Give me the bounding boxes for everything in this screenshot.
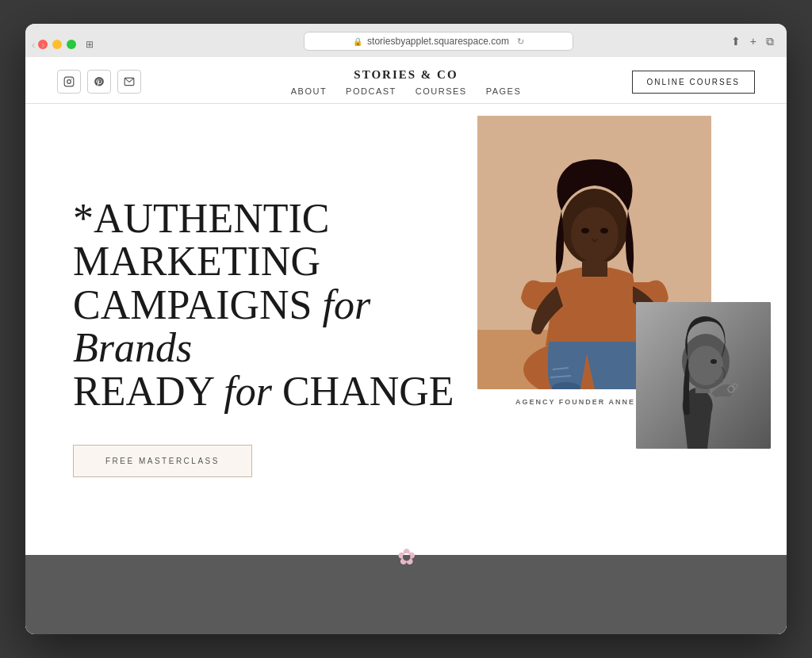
site-nav: ABOUT PODCAST COURSES PAGES xyxy=(291,86,522,96)
nav-about[interactable]: ABOUT xyxy=(291,86,327,96)
email-icon-button[interactable] xyxy=(117,70,141,94)
reload-icon[interactable]: ↻ xyxy=(517,36,524,47)
website: STORIES & CO ABOUT PODCAST COURSES PAGES… xyxy=(25,57,787,634)
address-bar[interactable]: 🔒 storiesbyapplet.squarespace.com ↻ xyxy=(304,32,573,51)
hero-section: *AUTHENTIC MARKETINGCAMPAIGNS for Brands… xyxy=(25,104,787,555)
instagram-icon-button[interactable] xyxy=(57,70,81,94)
social-icons xyxy=(57,70,141,94)
nav-courses[interactable]: COURSES xyxy=(416,86,467,96)
lock-icon: 🔒 xyxy=(353,37,362,46)
browser-chrome: ⊞ ‹ › 🔒 storiesbyapplet.squarespace.com … xyxy=(25,24,787,57)
hero-headline: *AUTHENTIC MARKETINGCAMPAIGNS for Brands… xyxy=(73,197,469,414)
nav-pages[interactable]: PAGES xyxy=(486,86,522,96)
nav-podcast[interactable]: PODCAST xyxy=(346,86,396,96)
brand-name: STORIES & CO xyxy=(291,68,522,82)
headline-line1: *AUTHENTIC MARKETINGCAMPAIGNS for Brands… xyxy=(73,196,454,414)
site-brand: STORIES & CO ABOUT PODCAST COURSES PAGES xyxy=(291,68,522,96)
svg-point-2 xyxy=(71,78,72,79)
maximize-button[interactable] xyxy=(67,40,76,49)
free-masterclass-button[interactable]: FREE MASTERCLASS xyxy=(73,445,252,477)
bottom-section: ✿ xyxy=(25,555,787,634)
svg-point-1 xyxy=(67,80,71,84)
window-controls: ⊞ xyxy=(86,39,94,50)
online-courses-button[interactable]: ONLINE COURSES xyxy=(632,71,755,94)
nav-arrows: ‹ › xyxy=(32,39,45,51)
browser-actions: ⬆ + ⧉ xyxy=(731,35,774,48)
pinterest-icon-button[interactable] xyxy=(87,70,111,94)
tabs-icon[interactable]: ⧉ xyxy=(766,35,774,48)
share-icon[interactable]: ⬆ xyxy=(731,35,741,48)
hero-left: *AUTHENTIC MARKETINGCAMPAIGNS for Brands… xyxy=(25,104,787,555)
browser-window: ⊞ ‹ › 🔒 storiesbyapplet.squarespace.com … xyxy=(25,24,787,634)
sidebar-toggle-icon[interactable]: ⊞ xyxy=(86,39,94,50)
url-text: storiesbyapplet.squarespace.com xyxy=(367,36,509,47)
forward-button[interactable]: › xyxy=(41,39,44,51)
site-header: STORIES & CO ABOUT PODCAST COURSES PAGES… xyxy=(25,57,787,104)
back-button[interactable]: ‹ xyxy=(32,39,35,51)
svg-rect-0 xyxy=(64,77,74,86)
new-tab-icon[interactable]: + xyxy=(750,35,756,48)
minimize-button[interactable] xyxy=(52,40,62,49)
